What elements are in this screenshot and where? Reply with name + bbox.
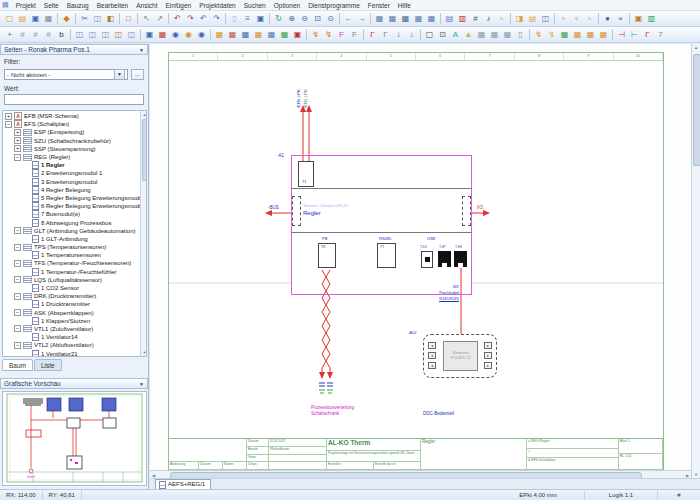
redo-icon[interactable]: ↷: [210, 13, 223, 25]
expander-plus-icon[interactable]: +: [14, 145, 21, 152]
grid-c-icon[interactable]: ▦: [399, 13, 412, 25]
menu-bauzug[interactable]: Bauzug: [63, 2, 93, 9]
tree-item[interactable]: −ASK (Absperrklappen): [3, 309, 141, 317]
expander-minus-icon[interactable]: −: [14, 227, 21, 234]
tree-item[interactable]: 8 Abzweigung Prozessbus: [3, 218, 141, 226]
raster1-icon[interactable]: #: [16, 29, 29, 41]
expander-plus-icon[interactable]: +: [5, 113, 12, 120]
tdi-connector[interactable]: [421, 251, 433, 268]
globe1-icon[interactable]: ◉: [169, 29, 182, 41]
zoom-in-icon[interactable]: ⊕: [285, 13, 298, 25]
dot-icon[interactable]: ●: [601, 13, 614, 25]
menu-projektdaten[interactable]: Projektdaten: [195, 2, 240, 9]
doc-small-icon[interactable]: ▫: [495, 13, 508, 25]
tree-item[interactable]: 1 Ventilator14: [3, 333, 141, 341]
expander-minus-icon[interactable]: −: [14, 154, 21, 161]
tree-item[interactable]: 2 Erweiterungsmodul 1: [3, 169, 141, 177]
tree-item[interactable]: −TFS (Temperatur-/Feuchtesensoren): [3, 259, 141, 267]
frame-icon[interactable]: ▢: [423, 29, 436, 41]
refresh-icon[interactable]: ↻: [272, 13, 285, 25]
menu-suchen[interactable]: Suchen: [240, 2, 270, 9]
grid-or2-icon[interactable]: ▦: [584, 29, 597, 41]
cable1-icon[interactable]: Γ: [366, 29, 379, 41]
scroll-up-icon[interactable]: ▲: [141, 111, 147, 118]
expander-minus-icon[interactable]: −: [14, 342, 21, 349]
new-page-icon[interactable]: ▢: [3, 13, 16, 25]
filter-browse-button[interactable]: ...: [131, 69, 144, 80]
open-icon[interactable]: ▤: [16, 13, 29, 25]
pointer2-icon[interactable]: ↗: [153, 13, 166, 25]
plug1-icon[interactable]: ⊣: [615, 29, 628, 41]
tree-item[interactable]: 1 CO2 Sensor: [3, 284, 141, 292]
raster3-icon[interactable]: #: [42, 29, 55, 41]
box-red-icon[interactable]: ▣: [291, 29, 304, 41]
scroll-down-icon[interactable]: ▼: [692, 471, 700, 478]
menu-ansicht[interactable]: Ansicht: [132, 2, 161, 9]
tree-scrollbar[interactable]: ▲ ▼: [140, 111, 147, 356]
clip1-icon[interactable]: ◫: [73, 29, 86, 41]
undo-icon[interactable]: ↶: [197, 13, 210, 25]
part6-icon[interactable]: ▦: [278, 29, 291, 41]
tree-scrollbar-thumb[interactable]: [142, 119, 147, 181]
tree-item[interactable]: 1 GLT-Anbindung: [3, 235, 141, 243]
preview-thumbnail[interactable]: [2, 391, 147, 486]
mark-blue-icon[interactable]: ▫: [570, 13, 583, 25]
tip-rj45-jack[interactable]: [438, 251, 451, 267]
tree-item[interactable]: 1 Ventilator21: [3, 349, 141, 357]
table-delete-icon[interactable]: ▥: [456, 13, 469, 25]
clip3-icon[interactable]: ◫: [99, 29, 112, 41]
tree-item[interactable]: −LQS (Luftqualitätssensor): [3, 276, 141, 284]
grid-e-icon[interactable]: ▦: [425, 13, 438, 25]
grid-or1-icon[interactable]: ▦: [571, 29, 584, 41]
cal2-icon[interactable]: ▦: [488, 29, 501, 41]
hash-icon[interactable]: #: [469, 13, 482, 25]
add-icon[interactable]: +: [3, 29, 16, 41]
regler-block[interactable]: [291, 155, 472, 295]
bold-icon[interactable]: b: [55, 29, 68, 41]
tree-item[interactable]: 1 Klappen/Stutzen: [3, 317, 141, 325]
grid-d-icon[interactable]: ▦: [412, 13, 425, 25]
part3-icon[interactable]: ▦: [239, 29, 252, 41]
cart-icon[interactable]: ▣: [632, 13, 645, 25]
clip2-icon[interactable]: ◫: [86, 29, 99, 41]
tree-item[interactable]: 3 Erweiterungsmodul: [3, 178, 141, 186]
sidebar-header[interactable]: Seiten - Ronak Pharma Pos.1 ▼: [0, 44, 148, 55]
zoom-all-icon[interactable]: ⊙: [324, 13, 337, 25]
tree-item[interactable]: −TPS (Temperatursensoren): [3, 243, 141, 251]
f-magenta-icon[interactable]: F: [335, 29, 348, 41]
table-icon[interactable]: ▤: [443, 13, 456, 25]
undo-red-icon[interactable]: ↶: [171, 13, 184, 25]
tree-item[interactable]: 1 Temperatursensoren: [3, 251, 141, 259]
top-terminal-block[interactable]: T1: [298, 161, 314, 187]
cut-icon[interactable]: ✂: [78, 13, 91, 25]
tree-item[interactable]: +SZU (Schaltschrankzubehör): [3, 137, 141, 145]
corner2-icon[interactable]: 7: [654, 29, 667, 41]
grid-a-icon[interactable]: ▦: [373, 13, 386, 25]
cable2-icon[interactable]: Γ: [379, 29, 392, 41]
select-frame-icon[interactable]: □: [122, 13, 135, 25]
expander-minus-icon[interactable]: −: [14, 309, 21, 316]
tree-item[interactable]: 1 Drucktransmitter: [3, 300, 141, 308]
paste-icon[interactable]: ◧: [104, 13, 117, 25]
arrow-down1-icon[interactable]: ↓: [392, 29, 405, 41]
pointer-icon[interactable]: ↖: [140, 13, 153, 25]
tree-item[interactable]: +ESP (Einspeisung): [3, 128, 141, 136]
f-grey-icon[interactable]: F: [348, 29, 361, 41]
menu-dienstprogramme[interactable]: Dienstprogramme: [304, 2, 364, 9]
grid-red-icon[interactable]: ▦: [156, 29, 169, 41]
scroll-up-icon[interactable]: ▲: [692, 44, 700, 51]
tree-item[interactable]: 6 Regler Belegung Erweiterungsmodul 2: [3, 202, 141, 210]
delete-icon[interactable]: ×: [614, 13, 627, 25]
part4-icon[interactable]: ▦: [252, 29, 265, 41]
screen-icon[interactable]: ▣: [143, 29, 156, 41]
rs485-connector[interactable]: T7: [377, 243, 396, 268]
monitor-icon[interactable]: ▣: [254, 13, 267, 25]
page-preview-icon[interactable]: ▯: [228, 13, 241, 25]
doc2-icon[interactable]: ▯: [514, 29, 527, 41]
menu-projekt[interactable]: Projekt: [12, 2, 40, 9]
note-icon[interactable]: ♪: [482, 13, 495, 25]
expander-plus-icon[interactable]: +: [14, 137, 21, 144]
menu-seite[interactable]: Seite: [40, 2, 63, 9]
expander-minus-icon[interactable]: −: [14, 260, 21, 267]
print-icon[interactable]: ▦: [42, 13, 55, 25]
